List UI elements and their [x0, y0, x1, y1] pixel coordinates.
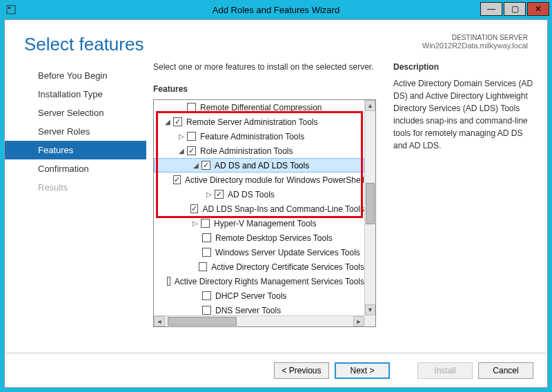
tree-item-label: Windows Server Update Services Tools	[215, 248, 360, 257]
page-title: Select features	[24, 34, 144, 55]
tree-item-label: Active Directory module for Windows Powe…	[185, 175, 364, 185]
vertical-scrollbar[interactable]: ▲ ▼	[364, 100, 375, 315]
destination-label: DESTINATION SERVER	[422, 34, 528, 41]
tree-item[interactable]: ▷Feature Administration Tools	[154, 129, 364, 144]
checkbox[interactable]	[173, 117, 182, 126]
nav-item-results: Results	[5, 178, 146, 197]
collapse-icon[interactable]: ◢	[177, 147, 186, 155]
tree-item[interactable]: Active Directory module for Windows Powe…	[154, 173, 364, 187]
nav-item-server-selection[interactable]: Server Selection	[5, 104, 146, 122]
checkbox[interactable]	[199, 262, 207, 271]
expand-icon[interactable]: ▷	[177, 133, 186, 141]
checkbox[interactable]	[190, 204, 198, 213]
next-button[interactable]: Next >	[335, 362, 390, 379]
expander-placeholder	[193, 292, 201, 300]
horizontal-scroll-thumb[interactable]	[168, 317, 237, 326]
tree-item[interactable]: DHCP Server Tools	[154, 288, 364, 303]
tree-item-label: Hyper-V Management Tools	[214, 219, 317, 228]
titlebar[interactable]: Add Roles and Features Wizard — ▢ ✕	[0, 0, 552, 19]
scroll-down-arrow[interactable]: ▼	[365, 304, 375, 315]
scroll-left-arrow[interactable]: ◄	[154, 316, 165, 326]
content-area: Select features DESTINATION SERVER Win20…	[4, 19, 548, 388]
tree-item[interactable]: ◢Role Administration Tools	[154, 144, 364, 158]
tree-item[interactable]: ◢AD DS and AD LDS Tools	[154, 158, 364, 173]
expander-placeholder	[193, 306, 201, 315]
instruction-text: Select one or more features to install o…	[153, 62, 381, 72]
tree-item-label: Active Directory Rights Management Servi…	[175, 277, 364, 286]
previous-button[interactable]: < Previous	[274, 362, 329, 379]
tree-item[interactable]: AD LDS Snap-Ins and Command-Line Tools	[154, 202, 364, 216]
tree-item-label: Active Directory Certificate Services To…	[211, 262, 364, 272]
tree-item-label: AD DS and AD LDS Tools	[215, 161, 309, 170]
description-text: Active Directory Domain Services (AD DS)…	[393, 77, 535, 152]
expander-placeholder	[184, 205, 189, 213]
expander-placeholder	[169, 176, 172, 184]
destination-info: DESTINATION SERVER Win2012R2Data.milkywa…	[422, 34, 528, 55]
footer-buttons: < Previous Next > Install Cancel	[5, 353, 547, 387]
nav-item-confirmation[interactable]: Confirmation	[5, 159, 146, 178]
destination-server: Win2012R2Data.milkyway.local	[422, 41, 528, 50]
tree-item-label: Role Administration Tools	[200, 146, 293, 156]
wizard-window: Add Roles and Features Wizard — ▢ ✕ Sele…	[0, 0, 552, 392]
tree-item-label: Feature Administration Tools	[200, 132, 304, 141]
checkbox[interactable]	[167, 277, 170, 286]
collapse-icon[interactable]: ◢	[164, 118, 172, 126]
close-button[interactable]: ✕	[527, 2, 549, 16]
tree-item[interactable]: Remote Differential Compression	[154, 100, 364, 115]
maximize-button[interactable]: ▢	[504, 2, 526, 16]
nav-item-installation-type[interactable]: Installation Type	[5, 85, 146, 104]
nav-item-before-you-begin[interactable]: Before You Begin	[5, 66, 146, 85]
tree-item[interactable]: Remote Desktop Services Tools	[154, 231, 364, 245]
window-title: Add Roles and Features Wizard	[213, 5, 339, 15]
expander-placeholder	[193, 234, 201, 242]
tree-item[interactable]: Active Directory Rights Management Servi…	[154, 274, 364, 288]
svg-rect-1	[8, 7, 10, 9]
nav-item-server-roles[interactable]: Server Roles	[5, 122, 146, 141]
checkbox[interactable]	[187, 132, 196, 141]
checkbox[interactable]	[201, 219, 210, 228]
vertical-scroll-thumb[interactable]	[366, 183, 375, 224]
sidebar-nav: Before You BeginInstallation TypeServer …	[5, 62, 146, 327]
tree-item-label: Remote Desktop Services Tools	[215, 233, 333, 243]
tree-item-label: AD DS Tools	[228, 190, 275, 199]
checkbox[interactable]	[202, 248, 211, 257]
svg-rect-0	[7, 6, 15, 14]
checkbox[interactable]	[202, 233, 211, 242]
checkbox[interactable]	[202, 291, 211, 300]
tree-item[interactable]: ▷Hyper-V Management Tools	[154, 216, 364, 231]
tree-item[interactable]: Active Directory Certificate Services To…	[154, 259, 364, 274]
install-button[interactable]: Install	[417, 362, 473, 379]
expander-placeholder	[164, 277, 166, 286]
checkbox[interactable]	[173, 175, 181, 184]
app-icon	[4, 3, 18, 17]
tree-item[interactable]: Windows Server Update Services Tools	[154, 245, 364, 259]
features-label: Features	[153, 84, 381, 94]
cancel-button[interactable]: Cancel	[478, 362, 533, 379]
tree-item-label: Remote Differential Compression	[200, 103, 322, 112]
tree-item-label: Remote Server Administration Tools	[186, 117, 318, 127]
description-label: Description	[393, 62, 535, 72]
checkbox[interactable]	[187, 146, 196, 155]
scroll-up-arrow[interactable]: ▲	[365, 100, 375, 111]
expander-placeholder	[177, 104, 186, 112]
checkbox[interactable]	[201, 161, 210, 170]
expand-icon[interactable]: ▷	[205, 190, 213, 199]
expand-icon[interactable]: ▷	[191, 219, 199, 228]
collapse-icon[interactable]: ◢	[192, 161, 200, 170]
tree-item-label: AD LDS Snap-Ins and Command-Line Tools	[202, 204, 364, 214]
features-tree: Remote Differential Compression◢Remote S…	[153, 99, 376, 327]
minimize-button[interactable]: —	[480, 2, 502, 16]
scroll-right-arrow[interactable]: ►	[353, 316, 364, 326]
tree-item[interactable]: ◢Remote Server Administration Tools	[154, 115, 364, 129]
scroll-corner	[364, 315, 375, 326]
horizontal-scrollbar[interactable]: ◄ ►	[154, 315, 364, 326]
checkbox[interactable]	[202, 306, 211, 315]
nav-item-features[interactable]: Features	[5, 141, 146, 159]
expander-placeholder	[190, 263, 197, 271]
tree-item-label: DNS Server Tools	[215, 306, 281, 315]
tree-item[interactable]: DNS Server Tools	[154, 303, 364, 315]
checkbox[interactable]	[215, 190, 224, 199]
tree-item[interactable]: ▷AD DS Tools	[154, 187, 364, 202]
tree-item-label: DHCP Server Tools	[215, 291, 287, 301]
checkbox[interactable]	[187, 103, 196, 112]
